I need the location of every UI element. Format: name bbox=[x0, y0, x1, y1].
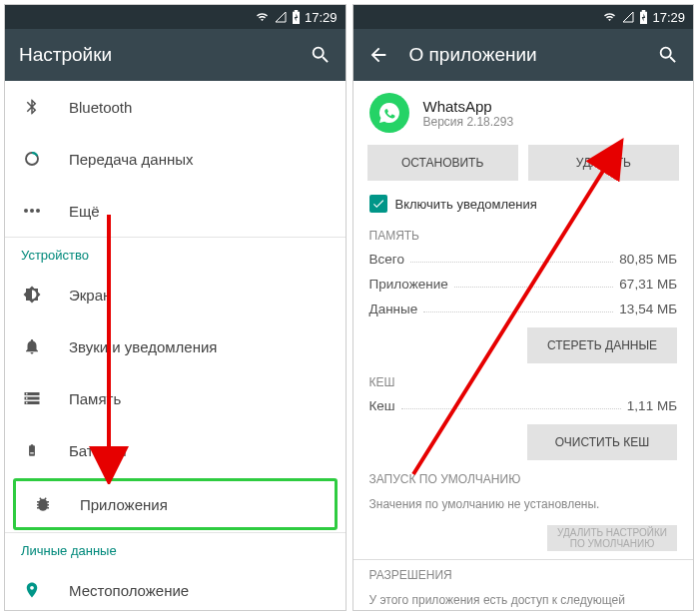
whatsapp-icon bbox=[369, 93, 409, 133]
kv-key: Приложение bbox=[369, 277, 448, 292]
kv-key: Данные bbox=[369, 302, 418, 316]
mem-app-row: Приложение 67,31 МБ bbox=[369, 272, 678, 297]
bluetooth-icon bbox=[21, 98, 43, 116]
signal-icon bbox=[621, 11, 635, 23]
dotline bbox=[423, 302, 613, 312]
item-label: Передача данных bbox=[69, 151, 194, 168]
svg-point-3 bbox=[36, 209, 40, 213]
item-data-usage[interactable]: Передача данных bbox=[5, 133, 346, 185]
section-personal: Личные данные bbox=[5, 532, 346, 564]
battery-icon bbox=[21, 441, 43, 459]
kv-key: Кеш bbox=[369, 398, 395, 413]
wifi-icon bbox=[602, 11, 617, 23]
item-label: Приложения bbox=[80, 496, 168, 513]
section-device: Устройство bbox=[5, 237, 346, 269]
item-bluetooth[interactable]: Bluetooth bbox=[5, 81, 346, 133]
cache-row: Кеш 1,11 МБ bbox=[369, 393, 678, 418]
svg-point-2 bbox=[30, 209, 34, 213]
apps-highlight: Приложения bbox=[13, 478, 338, 530]
svg-point-1 bbox=[24, 209, 28, 213]
permissions-text: У этого приложения есть доступ к следующ… bbox=[353, 586, 694, 610]
kv-val: 67,31 МБ bbox=[619, 277, 677, 292]
item-label: Батарея bbox=[69, 442, 127, 459]
clear-cache-button[interactable]: ОЧИСТИТЬ КЕШ bbox=[527, 424, 677, 460]
item-label: Местоположение bbox=[69, 582, 189, 599]
clear-defaults-button: УДАЛИТЬ НАСТРОЙКИ ПО УМОЛЧАНИЮ bbox=[547, 525, 677, 551]
dotline bbox=[401, 398, 621, 409]
page-title: Настройки bbox=[19, 44, 290, 66]
settings-list: Bluetooth Передача данных Ещё Устройство… bbox=[5, 81, 346, 610]
item-label: Звуки и уведомления bbox=[69, 338, 217, 355]
more-icon bbox=[21, 208, 43, 214]
item-more[interactable]: Ещё bbox=[5, 185, 346, 237]
page-title: О приложении bbox=[409, 44, 638, 66]
item-label: Память bbox=[69, 390, 121, 407]
battery-icon bbox=[639, 10, 648, 24]
right-phone: 17:29 О приложении WhatsApp Версия 2.18.… bbox=[352, 4, 695, 611]
bell-icon bbox=[21, 337, 43, 355]
item-storage[interactable]: Память bbox=[5, 372, 346, 424]
wifi-icon bbox=[255, 11, 270, 23]
app-header: WhatsApp Версия 2.18.293 bbox=[353, 81, 694, 145]
location-icon bbox=[21, 581, 43, 599]
display-icon bbox=[21, 286, 43, 304]
checkbox-checked-icon bbox=[369, 195, 387, 213]
cache-label: КЕШ bbox=[369, 367, 678, 393]
apps-icon bbox=[32, 495, 54, 513]
signal-icon bbox=[274, 11, 288, 23]
app-bar: О приложении bbox=[353, 29, 694, 81]
item-battery[interactable]: Батарея bbox=[5, 424, 346, 476]
back-icon[interactable] bbox=[367, 44, 389, 66]
launch-text: Значения по умолчанию не установлены. bbox=[353, 490, 694, 519]
battery-icon bbox=[292, 10, 301, 24]
item-label: Ещё bbox=[69, 203, 100, 220]
status-bar: 17:29 bbox=[5, 5, 346, 29]
item-label: Bluetooth bbox=[69, 99, 132, 116]
delete-button[interactable]: УДАЛИТЬ bbox=[528, 145, 679, 181]
dotline bbox=[454, 277, 614, 288]
status-bar: 17:29 bbox=[353, 5, 694, 29]
permissions-label: РАЗРЕШЕНИЯ bbox=[369, 560, 678, 586]
app-info-content: WhatsApp Версия 2.18.293 ОСТАНОВИТЬ УДАЛ… bbox=[353, 81, 694, 610]
dotline bbox=[410, 252, 613, 263]
kv-key: Всего bbox=[369, 252, 404, 267]
launch-label: ЗАПУСК ПО УМОЛЧАНИЮ bbox=[369, 464, 678, 490]
search-icon[interactable] bbox=[310, 44, 332, 66]
kv-val: 80,85 МБ bbox=[619, 252, 677, 267]
item-apps[interactable]: Приложения bbox=[16, 481, 335, 527]
stop-button[interactable]: ОСТАНОВИТЬ bbox=[367, 145, 518, 181]
mem-total-row: Всего 80,85 МБ bbox=[369, 247, 678, 272]
item-display[interactable]: Экран bbox=[5, 269, 346, 320]
app-name: WhatsApp bbox=[423, 98, 514, 115]
action-buttons: ОСТАНОВИТЬ УДАЛИТЬ bbox=[353, 145, 694, 191]
storage-icon bbox=[21, 389, 43, 407]
kv-val: 13,54 МБ bbox=[619, 302, 677, 316]
kv-val: 1,11 МБ bbox=[627, 398, 677, 413]
app-version: Версия 2.18.293 bbox=[423, 115, 514, 129]
search-icon[interactable] bbox=[657, 44, 679, 66]
status-time: 17:29 bbox=[305, 10, 338, 25]
mem-data-row: Данные 13,54 МБ bbox=[369, 297, 678, 321]
checkbox-label: Включить уведомления bbox=[395, 197, 537, 212]
data-usage-icon bbox=[21, 150, 43, 168]
item-sound[interactable]: Звуки и уведомления bbox=[5, 320, 346, 372]
status-time: 17:29 bbox=[652, 10, 685, 25]
memory-label: ПАМЯТЬ bbox=[369, 221, 678, 247]
item-label: Экран bbox=[69, 287, 111, 304]
item-location[interactable]: Местоположение bbox=[5, 564, 346, 610]
notifications-checkbox[interactable]: Включить уведомления bbox=[353, 191, 694, 221]
clear-data-button[interactable]: СТЕРЕТЬ ДАННЫЕ bbox=[527, 327, 677, 363]
app-bar: Настройки bbox=[5, 29, 346, 81]
left-phone: 17:29 Настройки Bluetooth Передача данны… bbox=[4, 4, 347, 611]
